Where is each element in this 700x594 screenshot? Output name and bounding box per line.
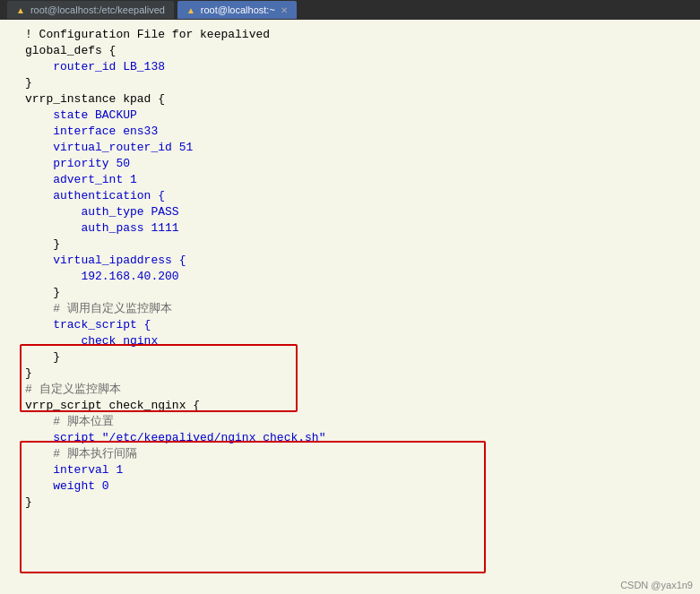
code-line-30: # 脚本执行间隔 bbox=[7, 446, 700, 462]
code-line-2: global_defs { bbox=[7, 43, 700, 59]
line-number-14 bbox=[7, 220, 25, 237]
line-text-22: check_nginx bbox=[25, 333, 158, 349]
line-number-32 bbox=[7, 478, 25, 495]
tab-home[interactable]: ▲ root@localhost:~ ✕ bbox=[177, 1, 297, 19]
line-number-6 bbox=[7, 91, 25, 108]
line-number-24 bbox=[7, 366, 25, 382]
line-number-21 bbox=[7, 317, 25, 333]
code-line-3: router_id LB_138 bbox=[7, 59, 700, 75]
line-text-27: vrrp_script check_nginx { bbox=[25, 398, 200, 414]
line-text-20: # 调用自定义监控脚本 bbox=[25, 301, 172, 317]
line-number-15 bbox=[7, 237, 25, 253]
line-number-2 bbox=[7, 43, 25, 59]
code-line-9: virtual_router_id 51 bbox=[7, 140, 700, 156]
line-text-16: virtual_ipaddress { bbox=[25, 253, 186, 269]
line-text-24: } bbox=[25, 366, 32, 382]
line-number-10 bbox=[7, 156, 25, 172]
line-text-13: auth_type PASS bbox=[25, 204, 179, 220]
line-text-30: # 脚本执行间隔 bbox=[25, 446, 137, 462]
line-number-4 bbox=[7, 75, 25, 91]
line-number-30 bbox=[7, 446, 25, 462]
tab-close-icon[interactable]: ✕ bbox=[281, 5, 288, 15]
line-text-31: interval 1 bbox=[25, 462, 123, 478]
code-line-21: track_script { bbox=[7, 317, 700, 333]
line-text-23: } bbox=[25, 349, 60, 366]
code-line-8: interface ens33 bbox=[7, 124, 700, 140]
code-line-22: check_nginx bbox=[7, 333, 700, 349]
line-text-32: weight 0 bbox=[25, 478, 109, 495]
code-line-11: advert_int 1 bbox=[7, 172, 700, 188]
code-line-24: } bbox=[7, 366, 700, 382]
line-number-23 bbox=[7, 349, 25, 366]
code-line-15: } bbox=[7, 237, 700, 253]
tab-icon-home: ▲ bbox=[186, 5, 195, 15]
line-text-7: state BACKUP bbox=[25, 108, 137, 124]
line-number-31 bbox=[7, 462, 25, 478]
code-line-0: ! Configuration File for keepalived bbox=[7, 27, 700, 43]
line-text-0: ! Configuration File for keepalived bbox=[25, 27, 270, 43]
line-text-8: interface ens33 bbox=[25, 124, 158, 140]
code-line-18: } bbox=[7, 285, 700, 301]
line-number-26 bbox=[7, 382, 25, 398]
line-number-12 bbox=[7, 188, 25, 204]
line-number-28 bbox=[7, 414, 25, 430]
line-number-27 bbox=[7, 398, 25, 414]
code-line-17: 192.168.40.200 bbox=[7, 269, 700, 285]
code-line-4: } bbox=[7, 75, 700, 91]
code-line-28: # 脚本位置 bbox=[7, 414, 700, 430]
watermark: CSDN @yax1n9 bbox=[620, 580, 693, 590]
code-block: ! Configuration File for keepalivedgloba… bbox=[0, 23, 700, 514]
code-line-33: } bbox=[7, 495, 700, 511]
line-text-14: auth_pass 1111 bbox=[25, 220, 179, 237]
line-text-6: vrrp_instance kpad { bbox=[25, 91, 165, 108]
code-line-12: authentication { bbox=[7, 188, 700, 204]
tab-label-home: root@localhost:~ bbox=[201, 4, 275, 15]
code-line-14: auth_pass 1111 bbox=[7, 220, 700, 237]
line-number-17 bbox=[7, 269, 25, 285]
line-text-28: # 脚本位置 bbox=[25, 414, 114, 430]
line-number-9 bbox=[7, 140, 25, 156]
code-line-7: state BACKUP bbox=[7, 108, 700, 124]
editor-area: ! Configuration File for keepalivedgloba… bbox=[0, 20, 700, 594]
line-text-9: virtual_router_id 51 bbox=[25, 140, 193, 156]
line-number-16 bbox=[7, 253, 25, 269]
line-text-15: } bbox=[25, 237, 60, 253]
line-number-8 bbox=[7, 124, 25, 140]
code-line-29: script "/etc/keepalived/nginx_check.sh" bbox=[7, 430, 700, 446]
tab-keepalived[interactable]: ▲ root@localhost:/etc/keepalived bbox=[7, 1, 174, 19]
line-number-11 bbox=[7, 172, 25, 188]
code-line-6: vrrp_instance kpad { bbox=[7, 91, 700, 108]
line-text-21: track_script { bbox=[25, 317, 151, 333]
code-line-32: weight 0 bbox=[7, 478, 700, 495]
code-line-20: # 调用自定义监控脚本 bbox=[7, 301, 700, 317]
tab-bar: ▲ root@localhost:/etc/keepalived ▲ root@… bbox=[0, 0, 700, 20]
code-line-31: interval 1 bbox=[7, 462, 700, 478]
line-number-7 bbox=[7, 108, 25, 124]
code-line-10: priority 50 bbox=[7, 156, 700, 172]
line-text-29: script "/etc/keepalived/nginx_check.sh" bbox=[25, 430, 325, 446]
line-number-22 bbox=[7, 333, 25, 349]
line-number-18 bbox=[7, 285, 25, 301]
line-text-11: advert_int 1 bbox=[25, 172, 137, 188]
line-number-33 bbox=[7, 495, 25, 511]
code-line-13: auth_type PASS bbox=[7, 204, 700, 220]
code-line-16: virtual_ipaddress { bbox=[7, 253, 700, 269]
code-line-27: vrrp_script check_nginx { bbox=[7, 398, 700, 414]
line-text-4: } bbox=[25, 75, 32, 91]
line-text-12: authentication { bbox=[25, 188, 165, 204]
line-text-26: # 自定义监控脚本 bbox=[25, 382, 121, 398]
tab-icon-keepalived: ▲ bbox=[16, 5, 25, 15]
line-text-33: } bbox=[25, 495, 32, 511]
line-number-0 bbox=[7, 27, 25, 43]
code-line-23: } bbox=[7, 349, 700, 366]
line-text-3: router_id LB_138 bbox=[25, 59, 165, 75]
line-number-20 bbox=[7, 301, 25, 317]
code-line-26: # 自定义监控脚本 bbox=[7, 382, 700, 398]
line-text-10: priority 50 bbox=[25, 156, 130, 172]
line-text-17: 192.168.40.200 bbox=[25, 269, 179, 285]
line-number-3 bbox=[7, 59, 25, 75]
line-number-13 bbox=[7, 204, 25, 220]
line-text-18: } bbox=[25, 285, 60, 301]
tab-label-keepalived: root@localhost:/etc/keepalived bbox=[30, 4, 165, 15]
line-number-29 bbox=[7, 430, 25, 446]
